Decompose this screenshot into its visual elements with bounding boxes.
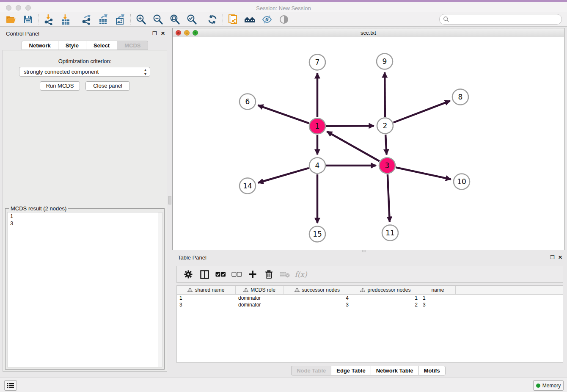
export-image-icon[interactable] [112, 13, 129, 26]
status-bar: Memory [0, 378, 567, 392]
table-panel-title: Table Panel [178, 254, 206, 261]
tab-network-table[interactable]: Network Table [371, 366, 418, 375]
network-window-titlebar[interactable]: ✕ − + scc.txt [173, 28, 564, 37]
hide-show-icon[interactable] [259, 13, 275, 26]
tab-motifs[interactable]: Motifs [418, 366, 446, 375]
column-header-predecessor-nodes[interactable]: predecessor nodes [351, 286, 420, 294]
close-panel-icon[interactable]: ✕ [161, 30, 165, 36]
graph-edge-3-1[interactable] [327, 132, 380, 161]
memory-button[interactable]: Memory [533, 380, 564, 391]
hierarchy-icon [243, 288, 248, 293]
tab-select[interactable]: Select [86, 41, 117, 50]
column-header-mcds-role[interactable]: MCDS role [236, 286, 284, 294]
control-panel-tabs: Network Style Select MCDS [0, 41, 170, 50]
first-neighbors-icon[interactable] [242, 13, 259, 26]
float-panel-icon[interactable]: ❐ [152, 30, 157, 36]
fx-label: f(x) [295, 270, 307, 279]
mcds-result-line: 1 [8, 213, 162, 220]
graph-node-label-2: 2 [383, 121, 388, 130]
optimization-criterion-select[interactable]: strongly connected component ▴▾ [19, 67, 150, 77]
control-panel-header: Control Panel ❐ ✕ [0, 27, 170, 40]
deselect-all-checks-icon[interactable] [228, 268, 245, 281]
tab-style[interactable]: Style [58, 41, 86, 50]
search-input[interactable] [439, 14, 562, 25]
zoom-selected-icon[interactable] [183, 13, 200, 26]
export-network-icon[interactable] [78, 13, 95, 26]
main-toolbar [0, 12, 567, 27]
graph-edge-2-8[interactable] [394, 101, 450, 122]
list-icon [7, 383, 14, 389]
network-view-window: ✕ − + scc.txt 7968124314101511 [172, 28, 564, 250]
clone-network-icon[interactable] [225, 13, 242, 26]
graph-node-label-6: 6 [245, 97, 250, 106]
table-float-icon[interactable]: ❐ [550, 254, 555, 260]
optimization-criterion-label: Optimization criterion: [0, 58, 170, 64]
tab-network[interactable]: Network [22, 41, 58, 50]
settings-gear-icon[interactable] [180, 268, 196, 281]
graph-edge-3-11[interactable] [388, 174, 390, 222]
mcds-result-title: MCDS result (2 nodes) [9, 205, 68, 212]
task-history-button[interactable] [4, 380, 17, 391]
table-panel-header: Table Panel ❐ ✕ [172, 253, 564, 265]
add-column-icon[interactable] [245, 268, 261, 281]
close-panel-button[interactable]: Close panel [85, 81, 130, 91]
export-table-icon[interactable] [95, 13, 112, 26]
import-table-icon[interactable] [57, 13, 74, 26]
hierarchy-icon [360, 288, 365, 293]
graph-node-label-8: 8 [458, 93, 463, 101]
mcds-result-groupbox: MCDS result (2 nodes) 1 3 [5, 208, 165, 370]
graph-edge-2-3[interactable] [385, 135, 387, 155]
titlebar: Session: New Session [0, 2, 567, 12]
graph-edge-2-9[interactable] [385, 72, 385, 117]
import-network-icon[interactable] [40, 13, 57, 26]
graph-node-label-1: 1 [315, 122, 320, 130]
vertical-splitter-handle[interactable] [168, 196, 171, 204]
graph-node-label-11: 11 [385, 229, 395, 237]
tab-edge-table[interactable]: Edge Table [331, 366, 370, 375]
table-close-icon[interactable]: ✕ [558, 254, 562, 260]
column-header-name[interactable]: name [420, 286, 456, 294]
graph-edge-4-14[interactable] [258, 168, 309, 183]
column-header-successor-nodes[interactable]: successor nodes [284, 286, 351, 294]
delete-table-icon[interactable] [277, 268, 293, 281]
table-toolbar: f(x) [176, 266, 563, 283]
zoom-fit-icon[interactable] [166, 13, 183, 26]
graph-node-label-10: 10 [457, 177, 466, 186]
table-header-row: shared name MCDS role successor nodes pr… [177, 286, 563, 295]
function-builder-icon[interactable]: f(x) [293, 268, 309, 281]
mcds-result-textarea[interactable]: 1 3 [7, 212, 162, 367]
column-selector-icon[interactable] [196, 268, 212, 281]
graph-node-label-3: 3 [385, 161, 390, 170]
graph-node-label-14: 14 [243, 182, 252, 190]
network-canvas[interactable]: 7968124314101511 [173, 38, 564, 250]
column-header-shared-name[interactable]: shared name [177, 286, 236, 294]
zoom-in-icon[interactable] [132, 13, 149, 26]
graph-node-label-4: 4 [315, 161, 320, 170]
network-graph[interactable]: 7968124314101511 [173, 38, 564, 250]
table-row[interactable]: 1 dominator 4 1 1 [177, 295, 563, 301]
save-session-icon[interactable] [19, 13, 36, 26]
table-row[interactable]: 3 dominator 3 2 3 [177, 301, 563, 308]
hierarchy-icon [295, 288, 300, 293]
network-window-title: scc.txt [173, 28, 564, 37]
graph-edge-1-6[interactable] [258, 105, 309, 123]
memory-status-icon [536, 384, 540, 388]
graph-edge-3-10[interactable] [396, 167, 451, 179]
run-mcds-button[interactable]: Run MCDS [40, 81, 80, 91]
tab-mcds[interactable]: MCDS [117, 41, 148, 50]
tab-node-table[interactable]: Node Table [291, 366, 331, 375]
table-panel-tabs: Node Table Edge Table Network Table Moti… [172, 366, 564, 375]
control-panel-title: Control Panel [6, 30, 39, 37]
result-scrollbar[interactable] [158, 213, 162, 367]
zoom-out-icon[interactable] [149, 13, 166, 26]
node-table[interactable]: shared name MCDS role successor nodes pr… [176, 285, 563, 363]
graph-edge-1-2[interactable] [326, 126, 374, 126]
window-title: Session: New Session [0, 4, 567, 13]
refresh-icon[interactable] [204, 13, 221, 26]
graph-node-label-9: 9 [383, 57, 387, 66]
delete-column-icon[interactable] [261, 268, 277, 281]
select-all-checks-icon[interactable] [212, 268, 228, 281]
preview-eye-icon[interactable] [275, 13, 292, 26]
open-session-icon[interactable] [3, 13, 19, 26]
select-stepper-icon: ▴▾ [144, 68, 146, 76]
